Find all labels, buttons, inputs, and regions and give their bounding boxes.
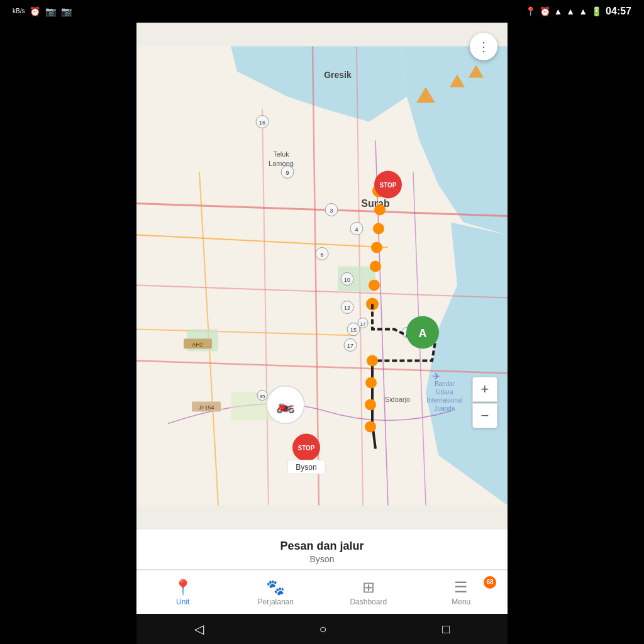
svg-point-68 <box>367 355 378 367</box>
svg-point-63 <box>373 223 384 235</box>
zoom-in-button[interactable]: + <box>472 377 497 402</box>
location-icon: 📍 <box>525 6 536 16</box>
svg-text:6: 6 <box>320 252 323 258</box>
svg-text:Gresik: Gresik <box>324 70 352 80</box>
menu-label: Menu <box>452 597 470 606</box>
svg-text:Juanda: Juanda <box>435 405 455 412</box>
svg-point-66 <box>369 280 380 291</box>
svg-text:12: 12 <box>344 305 350 311</box>
unit-icon: 📍 <box>174 579 192 596</box>
alarm-icon-left: ⏰ <box>30 6 40 16</box>
info-title: Pesan dan jalur <box>136 540 508 553</box>
alarm-icon-right: ⏰ <box>540 6 550 16</box>
home-bar: ◁ ○ □ <box>136 614 508 644</box>
svg-text:4: 4 <box>355 226 358 233</box>
time-display: 04:57 <box>606 6 631 17</box>
svg-text:3: 3 <box>330 208 333 214</box>
info-panel: Pesan dan jalur Byson <box>136 529 508 569</box>
svg-text:17: 17 <box>347 343 353 349</box>
svg-point-69 <box>365 377 377 389</box>
svg-text:Lamong: Lamong <box>269 160 294 167</box>
unit-label: Unit <box>176 597 189 606</box>
map-container[interactable]: 16 9 3 4 6 10 12 1 <box>136 23 508 529</box>
svg-text:JI-154: JI-154 <box>198 404 214 411</box>
svg-text:35: 35 <box>260 394 265 399</box>
home-button[interactable]: ○ <box>319 622 326 636</box>
svg-point-64 <box>371 242 382 253</box>
menu-badge: 68 <box>484 576 496 589</box>
signal-icon-2: ▲ <box>579 6 587 16</box>
svg-text:17: 17 <box>360 321 366 327</box>
zoom-out-button[interactable]: − <box>472 403 497 428</box>
svg-point-70 <box>365 399 376 411</box>
svg-text:Teluk: Teluk <box>273 150 289 158</box>
svg-text:15: 15 <box>350 327 357 333</box>
svg-text:STOP: STOP <box>379 182 396 189</box>
data-speed: kB/s <box>13 8 25 15</box>
app-wrapper: kB/s ⏰ 📷 📷 📍 ⏰ ▲ ▲ ▲ 🔋 04:57 <box>0 0 644 644</box>
nav-item-dashboard[interactable]: ⊞ Dashboard <box>322 579 415 606</box>
svg-text:Udara: Udara <box>436 389 453 396</box>
svg-text:Byson: Byson <box>296 463 316 472</box>
svg-text:AH2: AH2 <box>192 341 203 348</box>
recent-button[interactable]: □ <box>442 622 450 636</box>
signal-icon-1: ▲ <box>566 6 575 16</box>
nav-item-menu[interactable]: 68 ☰ Menu <box>415 579 508 606</box>
zoom-controls: + − <box>472 377 497 428</box>
svg-text:9: 9 <box>286 170 289 176</box>
menu-icon: ☰ <box>454 579 468 596</box>
perjalanan-label: Perjalanan <box>258 597 294 606</box>
svg-text:A: A <box>419 327 427 340</box>
more-button[interactable]: ⋮ <box>470 33 497 60</box>
svg-point-65 <box>370 261 381 272</box>
wifi-icon: ▲ <box>554 6 563 16</box>
dashboard-label: Dashboard <box>350 597 387 606</box>
svg-text:16: 16 <box>259 119 265 126</box>
svg-point-62 <box>374 204 386 216</box>
bottom-nav: 📍 Unit 🐾 Perjalanan ⊞ Dashboard 68 ☰ Men… <box>136 570 508 614</box>
battery-icon: 🔋 <box>591 6 602 16</box>
camera-icon-1: 📷 <box>45 6 56 16</box>
nav-item-unit[interactable]: 📍 Unit <box>136 579 230 606</box>
status-bar-right: 📍 ⏰ ▲ ▲ ▲ 🔋 04:57 <box>525 6 632 17</box>
camera-icon-2: 📷 <box>61 6 72 16</box>
svg-text:✈: ✈ <box>432 371 440 382</box>
svg-text:🏍️: 🏍️ <box>276 396 295 414</box>
svg-text:10: 10 <box>344 277 350 283</box>
svg-text:Internasional: Internasional <box>426 397 462 404</box>
more-icon: ⋮ <box>477 40 490 53</box>
svg-text:STOP: STOP <box>297 445 314 452</box>
main-content: 16 9 3 4 6 10 12 1 <box>136 23 508 614</box>
perjalanan-icon: 🐾 <box>266 579 285 596</box>
nav-item-perjalanan[interactable]: 🐾 Perjalanan <box>230 579 323 606</box>
status-bar: kB/s ⏰ 📷 📷 📍 ⏰ ▲ ▲ ▲ 🔋 04:57 <box>0 0 644 23</box>
status-bar-left: kB/s ⏰ 📷 📷 <box>13 6 72 16</box>
back-button[interactable]: ◁ <box>194 621 204 636</box>
dashboard-icon: ⊞ <box>362 579 375 596</box>
svg-text:Sidoarjo: Sidoarjo <box>385 396 410 403</box>
map-svg: 16 9 3 4 6 10 12 1 <box>136 23 508 529</box>
info-subtitle: Byson <box>136 554 508 564</box>
svg-point-71 <box>365 421 376 433</box>
